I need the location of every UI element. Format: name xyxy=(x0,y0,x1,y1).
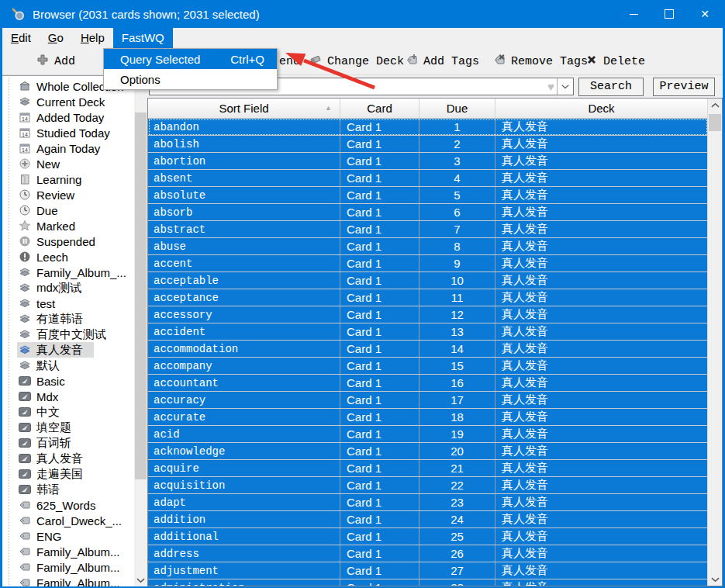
sidebar-item-label: Suspended xyxy=(36,235,95,248)
sidebar-item[interactable]: 百词斩 xyxy=(2,435,147,451)
column-header-card[interactable]: Card xyxy=(340,99,419,118)
table-row[interactable]: accountantCard 116真人发音 xyxy=(148,375,708,392)
sidebar-item[interactable]: 走遍美国 xyxy=(2,466,147,482)
menu-item-go[interactable]: Go xyxy=(40,28,72,48)
sidebar-item[interactable]: ENG xyxy=(2,528,147,544)
sidebar-item[interactable]: 真人发音 xyxy=(2,451,147,466)
table-row[interactable]: acceptableCard 110真人发音 xyxy=(148,272,708,289)
cell-card: Card 1 xyxy=(340,528,419,545)
scroll-down-icon[interactable] xyxy=(134,573,147,586)
table-row[interactable]: accommodationCard 114真人发音 xyxy=(148,341,708,358)
menu-item-query-selected[interactable]: Query Selected Ctrl+Q xyxy=(104,49,277,69)
table-row[interactable]: absorbCard 16真人发音 xyxy=(148,204,708,221)
scroll-up-icon[interactable] xyxy=(708,99,722,112)
toolbar-item-remove-tags[interactable]: Remove Tags xyxy=(493,48,588,74)
sidebar-item[interactable]: Basic xyxy=(2,373,147,389)
model-icon xyxy=(19,375,31,387)
table-row[interactable]: adaptCard 123真人发音 xyxy=(148,494,708,511)
cell-due: 10 xyxy=(419,272,495,289)
column-header-deck[interactable]: Deck xyxy=(495,99,708,118)
table-row[interactable]: accuracyCard 117真人发音 xyxy=(148,392,708,409)
deck-icon xyxy=(19,313,31,325)
table-row[interactable]: acquireCard 121真人发音 xyxy=(148,460,708,477)
table-row[interactable]: accentCard 19真人发音 xyxy=(148,255,708,272)
sidebar-item[interactable]: 中文 xyxy=(2,404,147,420)
toolbar-item-add-tags[interactable]: Add Tags xyxy=(406,48,479,74)
table-scroll-thumb[interactable] xyxy=(709,114,721,131)
sidebar-item[interactable]: 14Added Today xyxy=(2,109,147,125)
preview-button[interactable]: Preview xyxy=(653,78,715,96)
sidebar-item[interactable]: Marked xyxy=(2,218,147,233)
menu-item-edit[interactable]: Edit xyxy=(2,28,40,48)
table-row[interactable]: acidCard 119真人发音 xyxy=(148,426,708,443)
sidebar-item[interactable]: 默认 xyxy=(2,358,147,373)
sidebar-item[interactable]: 真人发音 xyxy=(2,342,147,358)
table-scrollbar[interactable] xyxy=(707,99,722,586)
cell-card: Card 1 xyxy=(340,221,419,237)
svg-text:14: 14 xyxy=(22,132,28,137)
sidebar-item[interactable]: 百度中文测试 xyxy=(2,327,147,342)
sidebar-item[interactable]: Suspended xyxy=(2,233,147,249)
sidebar-item[interactable]: mdx测试 xyxy=(2,280,147,296)
sidebar-item[interactable]: 韩语 xyxy=(2,482,147,497)
sidebar-scroll-thumb[interactable] xyxy=(135,112,147,479)
table-row[interactable]: additionCard 124真人发音 xyxy=(148,511,708,528)
sidebar-item[interactable]: Leech xyxy=(2,249,147,265)
cell-card: Card 1 xyxy=(340,477,419,493)
sidebar-item[interactable]: New xyxy=(2,156,147,171)
table-row[interactable]: abstractCard 17真人发音 xyxy=(148,221,708,238)
sidebar-item[interactable]: Review xyxy=(2,187,147,202)
column-header-sort-field[interactable]: Sort Field▲ xyxy=(148,99,340,118)
menu-item-fastwq[interactable]: FastWQ xyxy=(113,28,173,48)
sidebar-item[interactable]: 14Again Today xyxy=(2,140,147,156)
search-button[interactable]: Search xyxy=(578,78,644,96)
table-row[interactable]: addressCard 126真人发音 xyxy=(148,545,708,562)
sidebar-scrollbar[interactable] xyxy=(134,76,147,586)
table-row[interactable]: abolishCard 12真人发音 xyxy=(148,136,708,153)
table-row[interactable]: abuseCard 18真人发音 xyxy=(148,238,708,255)
table-row[interactable]: accidentCard 113真人发音 xyxy=(148,323,708,341)
sidebar-item[interactable]: test xyxy=(2,296,147,311)
cell-sort-field: accident xyxy=(148,323,340,340)
table-row[interactable]: accessoryCard 112真人发音 xyxy=(148,306,708,323)
sidebar-item-content: Current Deck xyxy=(17,94,116,109)
table-row[interactable]: absoluteCard 15真人发音 xyxy=(148,187,708,204)
table-row[interactable]: additionalCard 125真人发音 xyxy=(148,528,708,545)
menu-item-options[interactable]: Options xyxy=(104,69,277,89)
table-row[interactable]: acceptanceCard 111真人发音 xyxy=(148,289,708,306)
search-dropdown-button[interactable] xyxy=(557,78,573,95)
cell-deck: 真人发音 xyxy=(495,289,708,306)
column-header-due[interactable]: Due xyxy=(419,99,495,118)
toolbar-item-change-deck[interactable]: Change Deck xyxy=(309,48,404,74)
table-row[interactable]: administrationCard 128真人发音 xyxy=(148,579,708,586)
toolbar-item-fragment[interactable]: end xyxy=(279,48,300,74)
table-row[interactable]: acknowledgeCard 120真人发音 xyxy=(148,443,708,460)
sidebar-item[interactable]: Current Deck xyxy=(2,94,147,109)
toolbar-item-add[interactable]: Add xyxy=(36,48,75,74)
sidebar-item[interactable]: 14Studied Today xyxy=(2,125,147,140)
sidebar-item[interactable]: 填空题 xyxy=(2,420,147,435)
maximize-button[interactable] xyxy=(651,0,687,28)
table-row[interactable]: accompanyCard 115真人发音 xyxy=(148,358,708,375)
sidebar-item[interactable]: Family_Album_... xyxy=(2,265,147,280)
sidebar-item[interactable]: Due xyxy=(2,202,147,218)
close-button[interactable]: ✕ xyxy=(687,0,723,28)
sidebar-item[interactable]: 625_Words xyxy=(2,497,147,513)
table-row[interactable]: absentCard 14真人发音 xyxy=(148,170,708,187)
sidebar-item[interactable]: Carol_Dweck_... xyxy=(2,513,147,528)
table-row[interactable]: abortionCard 13真人发音 xyxy=(148,153,708,170)
sidebar-item[interactable]: Mdx xyxy=(2,389,147,404)
sidebar-item[interactable]: Learning xyxy=(2,171,147,187)
table-row[interactable]: abandonCard 11真人发音 xyxy=(148,119,708,136)
sidebar-item[interactable]: 有道韩语 xyxy=(2,311,147,327)
table-row[interactable]: adjustmentCard 127真人发音 xyxy=(148,562,708,579)
minimize-button[interactable] xyxy=(616,0,651,28)
sidebar-item[interactable]: Family_Album... xyxy=(2,544,147,559)
scroll-down-icon[interactable] xyxy=(708,572,722,586)
table-row[interactable]: accurateCard 118真人发音 xyxy=(148,409,708,426)
toolbar-item-delete[interactable]: Delete xyxy=(585,48,645,74)
sidebar-item[interactable]: Family_Album... xyxy=(2,575,147,586)
menu-item-help[interactable]: Help xyxy=(72,28,113,48)
table-row[interactable]: acquisitionCard 122真人发音 xyxy=(148,477,708,494)
sidebar-item[interactable]: Family_Album... xyxy=(2,559,147,575)
